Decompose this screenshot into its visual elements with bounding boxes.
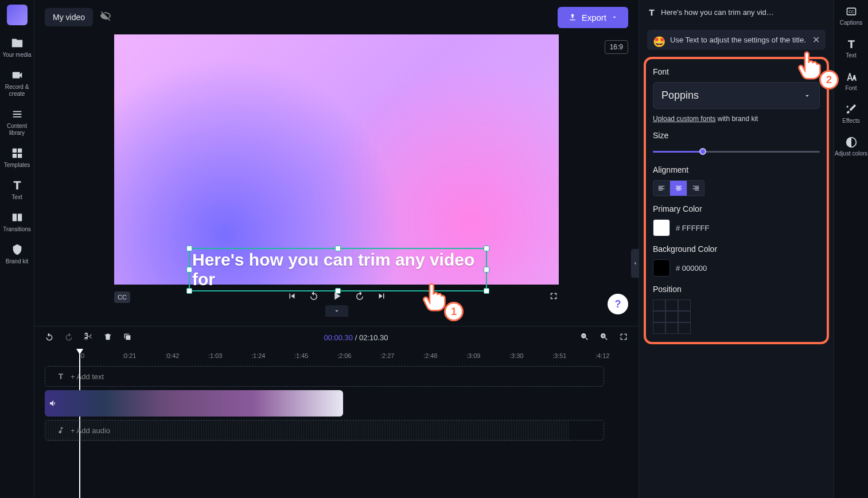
sidebar-item-transitions[interactable]: Transitions xyxy=(1,211,33,233)
panel-collapse-toggle[interactable] xyxy=(631,249,639,278)
rail-label: Effects xyxy=(842,118,859,124)
upload-fonts-hint: Upload custom fonts with brand kit xyxy=(653,115,820,123)
duplicate-icon[interactable] xyxy=(123,332,132,343)
rail-item-font[interactable]: Font xyxy=(845,71,857,91)
pos-bc[interactable] xyxy=(665,322,678,334)
time-display: 00:00.30 / 02:10.30 xyxy=(142,333,570,342)
project-title[interactable]: My video xyxy=(45,8,93,26)
redo-icon[interactable] xyxy=(64,332,73,343)
resize-handle-mr[interactable] xyxy=(484,267,489,273)
zoom-in-icon[interactable] xyxy=(600,332,609,343)
skip-end-icon[interactable] xyxy=(376,291,387,304)
audio-track-label: + Add audio xyxy=(71,426,110,435)
aspect-ratio-chip[interactable]: 16:9 xyxy=(605,40,628,54)
split-icon[interactable] xyxy=(84,332,93,343)
position-grid[interactable] xyxy=(653,299,820,334)
sidebar-label: Templates xyxy=(4,162,30,169)
slider-thumb[interactable] xyxy=(699,148,706,155)
rail-label: Captions xyxy=(840,20,862,26)
bg-color-swatch[interactable] xyxy=(653,259,670,277)
rewind-5-icon[interactable] xyxy=(309,291,319,304)
total-time: 02:10.30 xyxy=(359,333,388,342)
waveform-preview xyxy=(45,421,569,441)
pos-ml[interactable] xyxy=(653,311,665,322)
primary-color-label: Primary Color xyxy=(653,204,820,213)
primary-color-hex: # FFFFFF xyxy=(676,224,710,232)
sidebar-item-brand-kit[interactable]: Brand kit xyxy=(1,243,33,265)
selection-breadcrumb: Here's how you can trim any vid… xyxy=(639,0,834,25)
audio-track-empty[interactable]: + Add audio xyxy=(45,420,604,441)
sidebar-item-record[interactable]: Record & create xyxy=(1,69,33,98)
zoom-fit-icon[interactable] xyxy=(619,332,628,343)
export-label: Export xyxy=(582,13,606,22)
sidebar-label: Text xyxy=(11,194,22,201)
sidebar-label: Record & create xyxy=(1,84,33,98)
tip-close-icon[interactable]: ✕ xyxy=(812,34,820,45)
preview-canvas[interactable]: Here's how you can trim any video for xyxy=(114,34,559,285)
play-button[interactable] xyxy=(330,290,343,305)
resize-handle-tl[interactable] xyxy=(186,246,192,251)
upload-fonts-link[interactable]: Upload custom fonts xyxy=(653,115,715,123)
sidebar-item-text[interactable]: Text xyxy=(1,179,33,201)
svg-text:CC: CC xyxy=(848,10,854,14)
alignment-group xyxy=(653,180,820,196)
pos-tr[interactable] xyxy=(678,299,691,311)
resize-handle-tr[interactable] xyxy=(484,246,489,251)
tip-icon: 🤩 xyxy=(653,36,665,48)
sidebar-label: Your media xyxy=(2,52,31,59)
rail-item-effects[interactable]: Effects xyxy=(842,104,859,124)
clip-audio-icon[interactable] xyxy=(45,390,62,417)
rail-item-text[interactable]: Text xyxy=(846,38,857,59)
video-clip[interactable] xyxy=(45,390,343,417)
pos-br[interactable] xyxy=(678,322,691,334)
tip-callout: 🤩 Use Text to adjust the settings of the… xyxy=(647,30,826,50)
visibility-off-icon[interactable] xyxy=(100,10,111,24)
selection-label: Here's how you can trim any vid… xyxy=(661,8,774,17)
alignment-label: Alignment xyxy=(653,165,820,174)
timeline-ruler[interactable]: :0 :0:21 :0:42 :1:03 :1:24 :1:45 :2:06 :… xyxy=(45,349,639,363)
rail-label: Text xyxy=(846,52,856,59)
font-value: Poppins xyxy=(661,90,699,102)
export-button[interactable]: Export xyxy=(558,7,628,28)
rail-item-adjust-colors[interactable]: Adjust colors xyxy=(835,137,867,157)
bg-color-hex: # 000000 xyxy=(676,264,707,273)
sidebar-item-content-library[interactable]: Content library xyxy=(1,108,33,137)
forward-5-icon[interactable] xyxy=(355,291,365,304)
pos-mc[interactable] xyxy=(665,311,678,322)
cc-toggle[interactable]: CC xyxy=(114,291,130,303)
size-slider[interactable] xyxy=(653,146,820,157)
timeline-toolbar: 00:00.30 / 02:10.30 xyxy=(34,326,639,349)
rail-label: Font xyxy=(845,85,857,91)
align-center-button[interactable] xyxy=(670,180,687,196)
pos-tl[interactable] xyxy=(653,299,665,311)
timeline[interactable]: :0 :0:21 :0:42 :1:03 :1:24 :1:45 :2:06 :… xyxy=(34,349,639,498)
app-logo[interactable] xyxy=(7,5,28,25)
rail-label: Adjust colors xyxy=(835,150,867,157)
pos-mr[interactable] xyxy=(678,311,691,322)
align-right-button[interactable] xyxy=(687,180,704,196)
bg-color-label: Background Color xyxy=(653,244,820,254)
video-track[interactable] xyxy=(45,390,604,417)
sidebar-item-your-media[interactable]: Your media xyxy=(1,37,33,59)
properties-panel: Here's how you can trim any vid… 🤩 Use T… xyxy=(639,0,834,498)
pos-tc[interactable] xyxy=(665,299,678,311)
fullscreen-icon[interactable] xyxy=(548,291,559,304)
resize-handle-ml[interactable] xyxy=(186,267,192,273)
preview-area: 16:9 Here's how you can trim any video f… xyxy=(34,34,639,326)
primary-color-swatch[interactable] xyxy=(653,219,670,236)
text-properties-card: Font Poppins Upload custom fonts with br… xyxy=(644,57,829,344)
zoom-out-icon[interactable] xyxy=(580,332,589,343)
font-dropdown[interactable]: Poppins xyxy=(653,82,820,109)
pos-bl[interactable] xyxy=(653,322,665,334)
sidebar-item-templates[interactable]: Templates xyxy=(1,147,33,169)
sidebar-label: Brand kit xyxy=(6,258,28,265)
text-track-empty[interactable]: + Add text xyxy=(45,366,604,387)
skip-start-icon[interactable] xyxy=(287,291,297,304)
delete-icon[interactable] xyxy=(103,332,112,343)
resize-handle-tm[interactable] xyxy=(335,246,341,251)
rail-item-captions[interactable]: CC Captions xyxy=(840,6,862,26)
undo-icon[interactable] xyxy=(45,332,54,343)
align-left-button[interactable] xyxy=(653,180,670,196)
playback-controls: CC xyxy=(114,285,559,310)
help-button[interactable]: ? xyxy=(608,294,628,314)
